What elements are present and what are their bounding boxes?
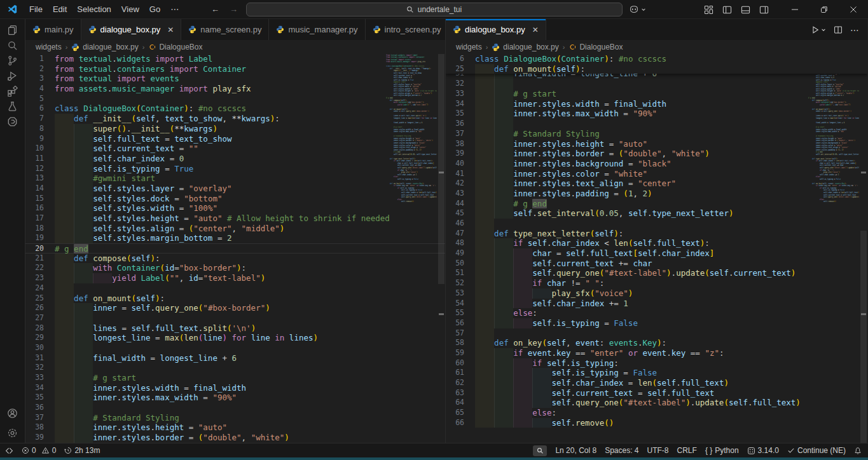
code-line-2[interactable]: 2from textual.containers import Containe… <box>25 64 445 74</box>
code-line-30[interactable]: 30 <box>25 343 445 353</box>
code-line-10[interactable]: 10 self.current_text = "" <box>25 144 445 154</box>
code-line-25[interactable]: 25 def on_mount(self): <box>25 294 445 304</box>
code-line-35[interactable]: 35 inner.styles.max_width = "90%" <box>25 393 445 403</box>
search-sidebar-icon[interactable] <box>0 37 25 53</box>
tab-name_screen.py[interactable]: name_screen.py <box>181 19 269 40</box>
code-line-18[interactable]: 18 self.styles.align = ("center", "middl… <box>25 224 445 234</box>
code-line-60[interactable]: 60 if self.is_typing: <box>446 358 867 369</box>
breadcrumb-symbol[interactable]: DialogueBox <box>579 43 623 51</box>
breadcrumb-symbol[interactable]: DialogueBox <box>159 43 202 51</box>
code-line-24[interactable]: 24 <box>25 283 445 294</box>
coding-time-indicator[interactable]: 2h 13m <box>64 446 100 455</box>
menu-file[interactable]: File <box>24 3 48 16</box>
code-line-48[interactable]: 48 if self.char_index < len(self.full_te… <box>446 238 867 248</box>
code-editor-left[interactable]: 1from textual.widgets import Label2from … <box>25 54 445 443</box>
minimize-button[interactable] <box>780 0 809 19</box>
toggle-panel-icon[interactable] <box>741 5 750 15</box>
code-line-52[interactable]: 52 if char != " ": <box>446 278 867 288</box>
code-line-32[interactable]: 32 <box>25 363 445 373</box>
code-line-35[interactable]: 35 inner.styles.max_width = "90%" <box>446 109 867 119</box>
code-line-6[interactable]: 6class DialogueBox(Container): #no cscsc… <box>25 104 445 114</box>
settings-gear-icon[interactable] <box>0 425 25 440</box>
code-line-15[interactable]: 15 self.styles.dock = "bottom" <box>25 194 445 204</box>
source-control-icon[interactable] <box>0 53 25 68</box>
code-line-23[interactable]: 23 yield Label("", id="text-label") <box>25 273 445 283</box>
code-line-20[interactable]: 20# g end <box>25 243 445 254</box>
tab-dialogue_box.py[interactable]: dialogue_box.py✕ <box>81 19 182 40</box>
language-mode[interactable]: { } Python <box>705 446 739 455</box>
tab-dialogue_box.py[interactable]: dialogue_box.py✕ <box>446 19 546 40</box>
extensions-icon[interactable] <box>0 83 25 98</box>
code-line-40[interactable]: 40 inner.styles.background = "black" <box>446 159 867 169</box>
code-line-17[interactable]: 17 self.styles.height = "auto" # Allow h… <box>25 213 445 224</box>
code-line-8[interactable]: 8 super().__init__(**kwargs) <box>25 124 445 134</box>
clipped-code-line[interactable]: 31 final_width = longest_line + 6 <box>446 74 867 79</box>
run-python-file-button[interactable] <box>811 25 826 34</box>
continue-extension-icon[interactable] <box>0 114 25 129</box>
code-line-1[interactable]: 1from textual.widgets import Label <box>25 54 445 64</box>
code-line-57[interactable]: 57 <box>446 328 867 339</box>
code-line-54[interactable]: 54 self.char_index += 1 <box>446 299 867 309</box>
code-line-19[interactable]: 19 self.styles.margin_bottom = 2 <box>25 233 445 243</box>
code-line-29[interactable]: 29 longest_line = max(len(line) for line… <box>25 333 445 343</box>
code-line-34[interactable]: 34 inner.styles.width = final_width <box>25 383 445 393</box>
forward-button[interactable]: → <box>230 4 238 14</box>
code-line-33[interactable]: 33 # g start <box>446 89 867 99</box>
code-line-37[interactable]: 37 # Standard Styling <box>446 129 867 139</box>
menu-selection[interactable]: Selection <box>72 3 116 16</box>
menu-overflow[interactable]: ⋯ <box>165 3 184 16</box>
tab-close-icon[interactable]: ✕ <box>167 25 174 34</box>
copilot-button[interactable] <box>629 5 646 14</box>
split-editor-button[interactable] <box>834 25 843 34</box>
code-line-56[interactable]: 56 self.is_typing = False <box>446 318 867 328</box>
menu-edit[interactable]: Edit <box>48 3 72 16</box>
code-line-47[interactable]: 47 def type_next_letter(self): <box>446 229 867 239</box>
code-line-28[interactable]: 28 lines = self.full_text.split('\n') <box>25 323 445 334</box>
code-line-38[interactable]: 38 inner.styles.height = "auto" <box>25 423 445 433</box>
code-line-65[interactable]: 65 else: <box>446 408 867 418</box>
code-line-62[interactable]: 62 self.char_index = len(self.full_text) <box>446 378 867 388</box>
code-line-58[interactable]: 58 def on_key(self, event: events.Key): <box>446 338 867 348</box>
code-line-22[interactable]: 22 with Container(id="box-border"): <box>25 263 445 273</box>
explorer-icon[interactable] <box>0 22 25 37</box>
command-center-search[interactable]: undertale_tui <box>246 3 623 17</box>
customize-layout-icon[interactable] <box>704 5 713 15</box>
code-line-36[interactable]: 36 <box>25 403 445 413</box>
search-status-icon[interactable] <box>533 445 547 456</box>
code-line-39[interactable]: 39 inner.styles.border = ("double", "whi… <box>446 149 867 159</box>
code-line-21[interactable]: 21 def compose(self): <box>25 254 445 264</box>
code-line-45[interactable]: 45 self.set_interval(0.05, self.type_nex… <box>446 208 867 219</box>
code-line-26[interactable]: 26 inner = self.query_one("#box-border") <box>25 303 445 313</box>
close-window-button[interactable] <box>839 0 868 19</box>
problems-indicator[interactable]: 0 0 <box>22 446 56 455</box>
toggle-primary-sidebar-icon[interactable] <box>722 5 732 15</box>
code-line-53[interactable]: 53 play_sfx("voice") <box>446 288 867 299</box>
continue-status[interactable]: Continue (NE) <box>787 446 846 455</box>
tab-main.py[interactable]: main.py <box>25 19 81 40</box>
code-line-50[interactable]: 50 self.current_text += char <box>446 259 867 269</box>
code-line-44[interactable]: 44 # g end <box>446 199 867 209</box>
toggle-secondary-sidebar-icon[interactable] <box>759 5 769 15</box>
code-line-43[interactable]: 43 inner.styles.padding = (1, 2) <box>446 189 867 199</box>
code-editor-right[interactable]: 6class DialogueBox(Container): #no cscsc… <box>446 54 867 443</box>
code-line-16[interactable]: 16 self.styles.width = "100%" <box>25 203 445 213</box>
code-line-59[interactable]: 59 if event.key == "enter" or event.key … <box>446 348 867 358</box>
code-line-31[interactable]: 31 final_width = longest_line + 6 <box>446 74 867 79</box>
code-line-4[interactable]: 4from assets.music_manager import play_s… <box>25 84 445 94</box>
code-line-5[interactable]: 5 <box>25 94 445 104</box>
code-line-14[interactable]: 14 self.styles.layer = "overlay" <box>25 184 445 194</box>
code-line-31[interactable]: 31 final_width = longest_line + 6 <box>25 353 445 363</box>
code-line-27[interactable]: 27 <box>25 313 445 323</box>
code-line-42[interactable]: 42 inner.styles.text_align = "center" <box>446 179 867 189</box>
tab-close-icon[interactable]: ✕ <box>532 25 539 34</box>
testing-icon[interactable] <box>0 98 25 114</box>
more-actions-button[interactable]: ⋯ <box>850 25 860 35</box>
python-interpreter[interactable]: 3.14.0 <box>747 446 779 455</box>
code-line-63[interactable]: 63 self.current_text = self.full_text <box>446 388 867 398</box>
notifications-bell-icon[interactable] <box>854 447 862 455</box>
menu-go[interactable]: Go <box>144 3 165 16</box>
code-line-55[interactable]: 55 else: <box>446 308 867 318</box>
encoding-setting[interactable]: UTF-8 <box>647 446 669 455</box>
code-line-38[interactable]: 38 inner.styles.height = "auto" <box>446 139 867 149</box>
code-line-13[interactable]: 13 #gwmini start <box>25 173 445 184</box>
